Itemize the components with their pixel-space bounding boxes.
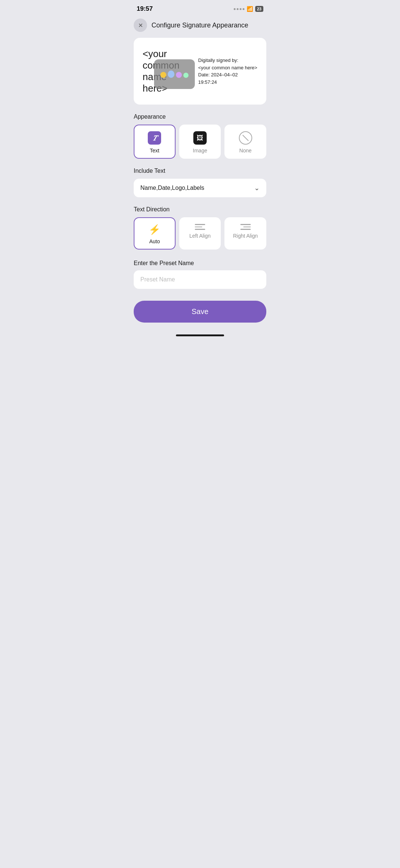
close-icon: ✕ [138, 22, 143, 29]
direction-left-align-label: Left Align [189, 233, 211, 239]
status-icons: 📶 23 [234, 6, 263, 12]
save-button[interactable]: Save [134, 301, 266, 323]
appearance-none-label: None [239, 148, 251, 154]
appearance-label: Appearance [134, 113, 266, 120]
include-text-dropdown-container: Name,Date,Logo,Labels ⌄ [134, 179, 266, 197]
chevron-down-icon: ⌄ [254, 184, 260, 192]
appearance-text-button[interactable]: 𝑇 Text [134, 125, 176, 159]
direction-auto-label: Auto [149, 238, 160, 244]
signature-overlay [154, 59, 195, 89]
home-bar-icon [176, 334, 224, 336]
lightning-icon: ⚡ [149, 224, 160, 235]
right-align-icon [240, 224, 251, 230]
appearance-none-button[interactable]: None [224, 125, 266, 159]
appearance-image-button[interactable]: 🖼 Image [179, 125, 221, 159]
appearance-button-group: 𝑇 Text 🖼 Image None [134, 125, 266, 159]
home-indicator [128, 334, 272, 341]
page-title: Configure Signature Appearance [151, 22, 248, 29]
preview-right: Digitally signed by: <your common name h… [198, 57, 257, 86]
include-text-label: Include Text [134, 168, 266, 174]
signal-dots-icon [234, 8, 244, 10]
signature-preview: <your common name here> Digitally signed… [134, 38, 266, 105]
preset-name-input[interactable] [134, 270, 266, 289]
direction-auto-button[interactable]: ⚡ Auto [134, 217, 176, 250]
wifi-icon: 📶 [247, 6, 253, 12]
battery-icon: 23 [255, 6, 263, 12]
appearance-image-label: Image [193, 148, 207, 154]
status-time: 19:57 [137, 5, 153, 13]
direction-right-align-label: Right Align [233, 233, 258, 239]
text-direction-label: Text Direction [134, 206, 266, 213]
header: ✕ Configure Signature Appearance [128, 16, 272, 38]
direction-left-align-button[interactable]: Left Align [179, 217, 221, 250]
status-bar: 19:57 📶 23 [128, 0, 272, 16]
content-area: <your common name here> Digitally signed… [128, 38, 272, 334]
signature-wave-icon [160, 70, 189, 78]
text-direction-button-group: ⚡ Auto Left Align Right Align [134, 217, 266, 250]
include-text-dropdown[interactable]: Name,Date,Logo,Labels ⌄ [134, 179, 266, 197]
left-align-icon [195, 224, 205, 230]
image-icon: 🖼 [193, 131, 207, 145]
preset-name-label: Enter the Preset Name [134, 260, 266, 267]
preview-signed-by-text: Digitally signed by: <your common name h… [198, 57, 257, 86]
close-button[interactable]: ✕ [134, 19, 147, 32]
appearance-text-label: Text [150, 148, 159, 154]
include-text-value: Name,Date,Logo,Labels [140, 185, 204, 191]
none-icon [239, 131, 252, 145]
text-icon: 𝑇 [148, 131, 161, 145]
direction-right-align-button[interactable]: Right Align [224, 217, 266, 250]
